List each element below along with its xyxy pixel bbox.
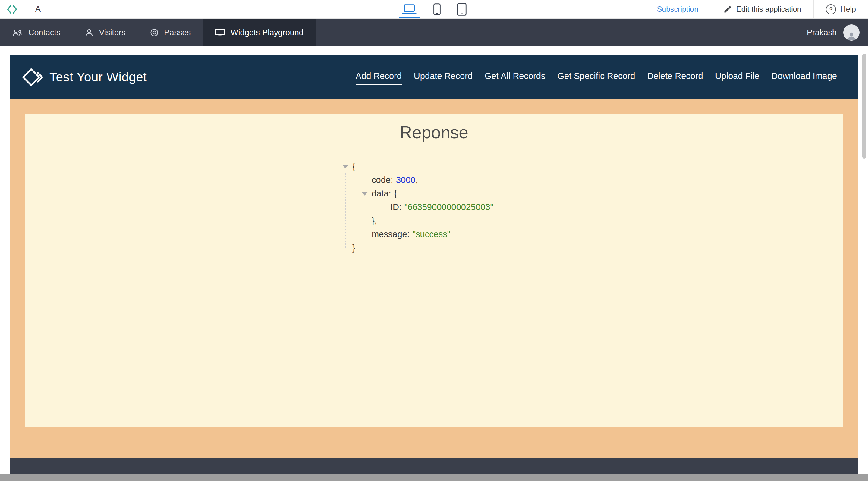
pencil-icon (723, 5, 732, 13)
phone-preview-button[interactable] (433, 0, 441, 19)
widget-footer (10, 458, 858, 474)
widget-header: Test Your Widget Add Record Update Recor… (10, 56, 858, 99)
menu-item-update-record[interactable]: Update Record (414, 71, 472, 83)
device-preview-switcher (401, 0, 467, 19)
collapse-arrow-icon[interactable] (342, 165, 348, 168)
app-navbar: Contacts Visitors Passes Widgets Playgro… (0, 19, 868, 46)
menu-item-download-image[interactable]: Download Image (771, 71, 837, 83)
nav-tab-widgets-playground[interactable]: Widgets Playground (203, 19, 315, 46)
subscription-link[interactable]: Subscription (644, 5, 711, 13)
nav-tab-label: Widgets Playground (230, 28, 304, 37)
response-heading: Reponse (25, 114, 843, 142)
json-line-data-close: }, (342, 214, 613, 228)
menu-item-get-all-records[interactable]: Get All Records (485, 71, 545, 83)
widget-menu: Add Record Update Record Get All Records… (355, 71, 837, 83)
help-button[interactable]: ? Help (814, 0, 868, 19)
menu-item-delete-record[interactable]: Delete Record (647, 71, 703, 83)
json-response-tree: { code: 3000 , data: { ID: "663590000000… (342, 160, 613, 255)
username-label: Prakash (807, 28, 837, 37)
navbar-user-area: Prakash (807, 19, 868, 46)
menu-item-upload-file[interactable]: Upload File (715, 71, 760, 83)
json-line-message: message: "success" (342, 228, 613, 241)
json-string-value: "66359000000025003" (404, 202, 493, 212)
json-key: message: (372, 229, 410, 239)
json-key: ID: (390, 202, 401, 212)
json-string-value: "success" (412, 229, 450, 239)
json-key: data: (372, 189, 391, 199)
tablet-preview-button[interactable] (457, 0, 467, 19)
json-line-data-open: data: { (342, 187, 613, 200)
response-panel: Reponse { code: 3000 , data: { (25, 114, 843, 427)
json-line-id: ID: "66359000000025003" (342, 200, 613, 214)
edit-application-button[interactable]: Edit this application (711, 0, 813, 19)
topbar-right-actions: Subscription Edit this application ? Hel… (644, 0, 868, 19)
app-name-abbreviation: A (35, 4, 41, 14)
widget-logo-icon (21, 66, 45, 88)
nav-tab-passes[interactable]: Passes (138, 19, 203, 46)
widget-playground-card: Test Your Widget Add Record Update Recor… (10, 56, 858, 474)
creator-brand-icon[interactable] (6, 3, 18, 15)
json-comma: , (415, 175, 418, 185)
laptop-preview-button[interactable] (401, 0, 417, 19)
vertical-scrollbar[interactable] (862, 54, 866, 159)
collapse-arrow-icon[interactable] (362, 192, 368, 196)
edit-application-label: Edit this application (736, 5, 801, 13)
help-label: Help (841, 5, 856, 13)
user-avatar[interactable] (843, 24, 860, 41)
topbar: A Subscription Edit (0, 0, 868, 19)
contacts-icon (12, 28, 23, 37)
window-bottom-edge (0, 474, 868, 481)
nav-tab-label: Visitors (99, 28, 126, 37)
menu-item-add-record[interactable]: Add Record (355, 71, 402, 83)
nav-tab-visitors[interactable]: Visitors (73, 19, 138, 46)
json-brace: }, (372, 216, 377, 226)
visitor-icon (85, 28, 94, 37)
menu-item-get-specific-record[interactable]: Get Specific Record (557, 71, 635, 83)
help-icon: ? (826, 4, 836, 14)
json-line-root-close: } (342, 241, 613, 255)
widget-title: Test Your Widget (50, 70, 147, 85)
json-brace: } (352, 243, 355, 253)
widget-body: Reponse { code: 3000 , data: { (10, 99, 858, 458)
passes-icon (150, 28, 159, 37)
widgets-icon (215, 28, 225, 37)
json-number-value: 3000 (396, 175, 415, 185)
nav-tab-label: Passes (164, 28, 191, 37)
json-key: code: (372, 175, 393, 185)
nav-tab-contacts[interactable]: Contacts (0, 19, 73, 46)
json-line-root-open: { (342, 160, 613, 173)
json-line-code: code: 3000 , (342, 173, 613, 187)
person-icon (846, 30, 857, 41)
json-brace: { (394, 189, 397, 199)
nav-tab-label: Contacts (28, 28, 61, 37)
